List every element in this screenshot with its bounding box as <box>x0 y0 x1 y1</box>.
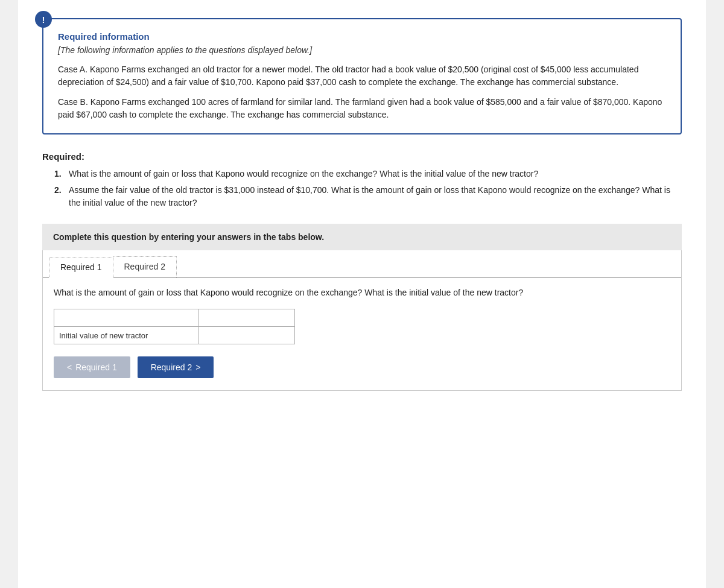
table-row: Initial value of new tractor <box>54 327 295 344</box>
info-box: ! Required information [The following in… <box>42 18 682 134</box>
table-input-cell-2 <box>198 327 295 344</box>
required-item-2: Assume the fair value of the old tractor… <box>69 184 682 209</box>
answer-input-1[interactable] <box>203 314 290 323</box>
required-section: Required: 1. What is the amount of gain … <box>42 151 682 209</box>
info-box-subtitle: [The following information applies to th… <box>58 45 666 55</box>
table-input-cell-1 <box>198 309 295 327</box>
next-button-label: Required 2 <box>151 362 192 372</box>
answer-input-2[interactable] <box>203 331 290 340</box>
next-button[interactable]: Required 2 > <box>138 356 214 378</box>
table-label-initial-value: Initial value of new tractor <box>54 327 198 344</box>
prev-button[interactable]: < Required 1 <box>54 356 130 378</box>
complete-question-box: Complete this question by entering your … <box>42 224 682 250</box>
table-label-empty <box>54 309 198 327</box>
next-icon: > <box>195 362 200 372</box>
list-num-1: 1. <box>54 168 65 180</box>
tabs-wrapper: Required 1 Required 2 What is the amount… <box>42 250 682 391</box>
list-item: 2. Assume the fair value of the old trac… <box>54 184 682 209</box>
tabs-header: Required 1 Required 2 <box>43 250 681 278</box>
prev-button-label: Required 1 <box>75 362 117 372</box>
nav-buttons: < Required 1 Required 2 > <box>54 356 670 378</box>
tab-question-text: What is the amount of gain or loss that … <box>54 286 670 299</box>
case-b-text: Case B. Kapono Farms exchanged 100 acres… <box>58 96 666 121</box>
list-item: 1. What is the amount of gain or loss th… <box>54 168 682 180</box>
complete-question-text: Complete this question by entering your … <box>53 232 324 242</box>
info-box-title: Required information <box>58 31 666 42</box>
tab-content: What is the amount of gain or loss that … <box>43 278 681 390</box>
tab-required-2-label: Required 2 <box>124 262 166 271</box>
list-num-2: 2. <box>54 184 65 209</box>
tab-required-2[interactable]: Required 2 <box>113 256 177 277</box>
answer-table: Initial value of new tractor <box>54 309 295 344</box>
tab-required-1-label: Required 1 <box>60 262 102 272</box>
required-item-1: What is the amount of gain or loss that … <box>69 168 538 180</box>
case-a-text: Case A. Kapono Farms exchanged an old tr… <box>58 63 666 89</box>
page-wrapper: ! Required information [The following in… <box>18 0 706 588</box>
prev-icon: < <box>67 362 72 372</box>
table-row <box>54 309 295 327</box>
tab-required-1[interactable]: Required 1 <box>49 257 113 278</box>
info-box-body: Case A. Kapono Farms exchanged an old tr… <box>58 63 666 121</box>
required-list: 1. What is the amount of gain or loss th… <box>42 168 682 209</box>
required-label: Required: <box>42 151 682 162</box>
info-icon: ! <box>35 11 52 28</box>
